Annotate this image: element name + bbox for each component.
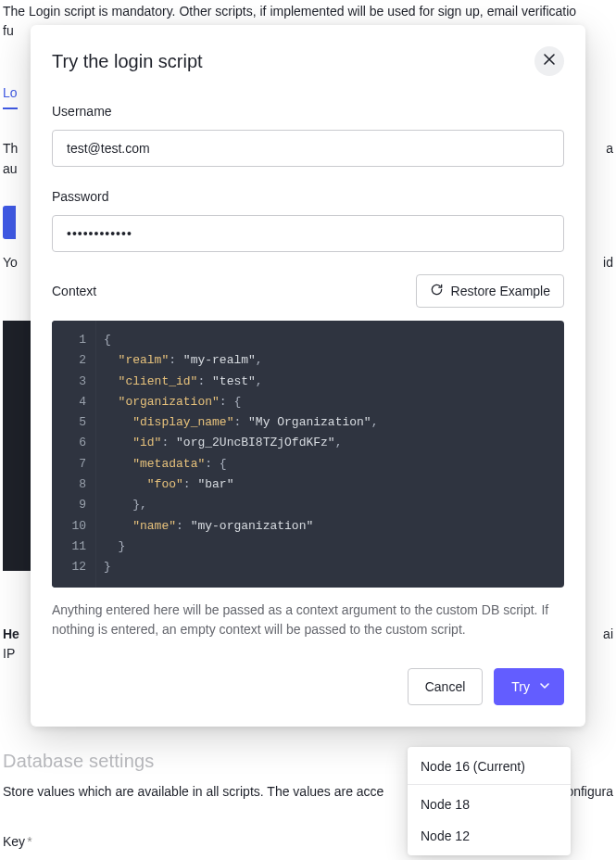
refresh-icon bbox=[430, 283, 444, 299]
context-label: Context bbox=[52, 284, 96, 298]
code-line[interactable]: "realm": "my-realm", bbox=[104, 350, 557, 371]
backdrop-text-au: au bbox=[3, 161, 18, 176]
code-line[interactable]: "id": "org_2UncBI8TZjOfdKFz", bbox=[104, 433, 557, 453]
backdrop-text-right1: a bbox=[606, 141, 613, 156]
line-number: 6 bbox=[59, 433, 86, 453]
password-label: Password bbox=[52, 189, 564, 204]
modal-title: Try the login script bbox=[52, 51, 203, 72]
code-line[interactable]: "name": "my-organization" bbox=[104, 516, 557, 537]
backdrop-text-th: Th bbox=[3, 141, 18, 156]
modal-footer: Cancel Try bbox=[52, 668, 564, 705]
backdrop-code-fragment bbox=[3, 321, 31, 571]
line-number: 8 bbox=[59, 474, 86, 495]
code-line[interactable]: "client_id": "test", bbox=[104, 372, 557, 392]
modal-header: Try the login script bbox=[52, 46, 564, 76]
code-line[interactable]: "foo": "bar" bbox=[104, 474, 557, 495]
backdrop-database-settings-heading: Database settings bbox=[3, 751, 155, 772]
backdrop-text-right3: ai bbox=[603, 626, 613, 641]
line-number: 7 bbox=[59, 454, 86, 474]
dropdown-item[interactable]: Node 16 (Current) bbox=[408, 751, 571, 785]
try-button[interactable]: Try bbox=[494, 668, 564, 705]
backdrop-save-button-fragment bbox=[3, 206, 16, 239]
tab-login[interactable]: Lo bbox=[3, 85, 18, 109]
backdrop-ip-fragment: IP bbox=[3, 646, 15, 661]
line-number: 1 bbox=[59, 330, 86, 350]
code-line[interactable]: } bbox=[104, 557, 557, 577]
line-number: 4 bbox=[59, 392, 86, 412]
username-label: Username bbox=[52, 104, 564, 119]
runtime-dropdown[interactable]: Node 16 (Current)Node 18Node 12 bbox=[408, 747, 571, 855]
cancel-button[interactable]: Cancel bbox=[408, 668, 484, 705]
chevron-down-icon bbox=[539, 679, 550, 694]
password-field-group: Password bbox=[52, 189, 564, 252]
line-number: 11 bbox=[59, 537, 86, 557]
line-number: 3 bbox=[59, 372, 86, 392]
dropdown-item[interactable]: Node 12 bbox=[408, 820, 571, 852]
backdrop-text-right2: id bbox=[603, 255, 613, 270]
close-icon bbox=[543, 53, 556, 70]
code-line[interactable]: { bbox=[104, 330, 557, 350]
line-number: 12 bbox=[59, 557, 86, 577]
context-header: Context Restore Example bbox=[52, 274, 564, 308]
code-line[interactable]: "metadata": { bbox=[104, 454, 557, 474]
username-input[interactable] bbox=[52, 130, 564, 167]
code-line[interactable]: } bbox=[104, 537, 557, 557]
code-gutter: 123456789101112 bbox=[52, 321, 96, 588]
code-line[interactable]: "organization": { bbox=[104, 392, 557, 412]
try-button-label: Try bbox=[511, 679, 530, 694]
close-button[interactable] bbox=[534, 46, 564, 76]
line-number: 5 bbox=[59, 412, 86, 433]
line-number: 10 bbox=[59, 516, 86, 537]
dropdown-item[interactable]: Node 18 bbox=[408, 789, 571, 820]
password-input[interactable] bbox=[52, 215, 564, 252]
code-content[interactable]: { "realm": "my-realm", "client_id": "tes… bbox=[96, 321, 564, 588]
context-code-editor[interactable]: 123456789101112 { "realm": "my-realm", "… bbox=[52, 321, 564, 588]
backdrop-key-label: Key* bbox=[3, 834, 32, 849]
line-number: 9 bbox=[59, 495, 86, 515]
backdrop-store-text: Store values which are available in all … bbox=[3, 784, 383, 799]
username-field-group: Username bbox=[52, 104, 564, 167]
try-login-script-modal: Try the login script Username Password C… bbox=[31, 25, 585, 727]
context-helper-text: Anything entered here will be passed as … bbox=[52, 601, 564, 640]
code-line[interactable]: }, bbox=[104, 495, 557, 515]
backdrop-heading-fragment: He bbox=[3, 626, 19, 641]
restore-example-label: Restore Example bbox=[451, 284, 550, 298]
backdrop-text-yo: Yo bbox=[3, 255, 18, 270]
line-number: 2 bbox=[59, 350, 86, 371]
code-line[interactable]: "display_name": "My Organization", bbox=[104, 412, 557, 433]
restore-example-button[interactable]: Restore Example bbox=[416, 274, 564, 308]
